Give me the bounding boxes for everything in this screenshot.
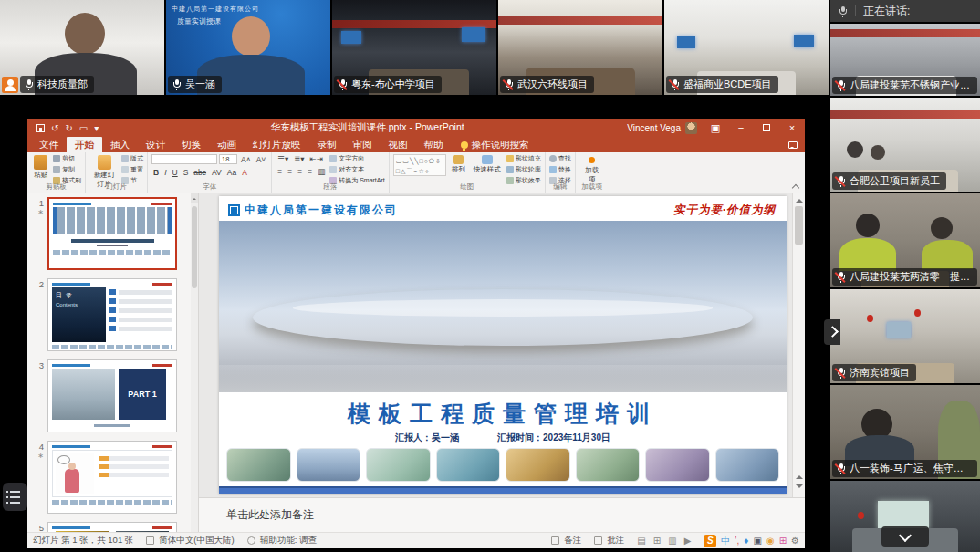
ime-keyboard-icon[interactable]: ▣ (753, 536, 761, 546)
shapes-gallery[interactable]: ▭▭╲╲□○⬠⇩□△⌒⌁☆⟡ (393, 154, 446, 176)
tab-review[interactable]: 审阅 (345, 137, 381, 153)
change-case-button[interactable]: Aa (225, 168, 238, 177)
collapse-ribbon-icon[interactable] (792, 182, 799, 190)
tab-slideshow[interactable]: 幻灯片放映 (245, 137, 309, 153)
save-icon[interactable] (36, 124, 45, 132)
text-direction-button[interactable]: 文字方向 (329, 154, 385, 163)
tab-insert[interactable]: 插入 (102, 137, 138, 153)
comments-icon[interactable] (788, 141, 798, 149)
ime-punct-icon[interactable]: ’, (735, 536, 739, 546)
tab-animations[interactable]: 动画 (209, 137, 245, 153)
video-tile[interactable]: 八局建投莱芜两清零一提标项目 (830, 193, 980, 287)
ime-logo-icon[interactable]: S (704, 535, 716, 547)
member-list-button[interactable] (3, 483, 27, 511)
align-text-button[interactable]: 对齐文本 (329, 165, 385, 174)
ime-toolbox-icon[interactable]: ⊞ (779, 536, 787, 546)
tab-transitions[interactable]: 切换 (173, 137, 209, 153)
tell-me-search[interactable]: 操作说明搜索 (461, 139, 529, 151)
account-info[interactable]: Vincent Vega (627, 122, 703, 134)
numbering-button[interactable]: ≣▾ (292, 154, 306, 163)
ime-mic-icon[interactable]: ♦ (744, 536, 748, 546)
slide-sorter-icon[interactable]: ⊞ (653, 536, 661, 546)
replace-button[interactable]: 替换 (549, 165, 571, 174)
video-tile[interactable]: 粤东-布心中学项目 (332, 0, 496, 95)
layout-button[interactable]: 版式 (121, 154, 143, 163)
slide-presenter-line[interactable]: 汇报人：吴一涵 汇报时间：2023年11月30日 (219, 432, 787, 444)
align-left-icon[interactable]: ≡ (276, 167, 284, 176)
font-color-button[interactable]: A (240, 168, 249, 177)
slide-company-header[interactable]: 中建八局第一建设有限公司 (228, 203, 398, 218)
reset-button[interactable]: 重置 (121, 165, 143, 174)
text-shadow-button[interactable]: S (182, 168, 191, 177)
video-tile[interactable]: 武汉六环线项目 (498, 0, 662, 95)
redo-icon[interactable]: ↻ (65, 123, 72, 133)
slide-thumbnail-2[interactable]: 2 目 录Contents (33, 278, 196, 351)
scroll-up-icon[interactable] (796, 195, 803, 203)
justify-icon[interactable]: ≡ (306, 167, 314, 176)
video-tile[interactable]: 济南宾馆项目 (830, 289, 980, 383)
video-tile[interactable]: 科技质量部 (0, 0, 164, 95)
slide-thumbnail-5[interactable]: 5 (33, 522, 196, 532)
addins-button[interactable]: 加载项 (579, 154, 605, 185)
start-slideshow-icon[interactable]: ▭ (79, 123, 88, 133)
tab-file[interactable]: 文件 (31, 137, 67, 153)
align-right-icon[interactable]: ≡ (296, 167, 304, 176)
shape-outline-button[interactable]: 形状轮廓 (506, 165, 541, 174)
slide-thumbnail-4[interactable]: 4∗ (33, 441, 196, 514)
slide-canvas[interactable]: 中建八局第一建设有限公司 实干为要·价值为纲 模板工程质量管理培训 汇报人：吴一… (219, 196, 787, 494)
bullets-button[interactable]: ☰▾ (276, 154, 290, 163)
align-center-icon[interactable]: ≡ (286, 167, 294, 176)
underline-button[interactable]: U (171, 168, 180, 177)
ime-settings-icon[interactable]: ⚙ (791, 536, 799, 546)
close-button[interactable]: × (779, 119, 805, 137)
restore-button[interactable] (754, 119, 779, 137)
next-slide-icon[interactable] (796, 484, 803, 492)
notes-pane[interactable]: 单击此处添加备注 (199, 497, 805, 532)
video-tile[interactable]: 中建八局第一建设有限公司 质量实训授课 吴一涵 (166, 0, 330, 95)
italic-button[interactable]: I (162, 168, 168, 177)
expand-panel-button[interactable] (824, 319, 840, 345)
tab-home[interactable]: 开始 (67, 137, 102, 153)
ime-emoji-icon[interactable]: ◉ (766, 536, 775, 546)
accessibility-status[interactable]: 辅助功能: 调查 (247, 535, 317, 547)
quick-styles-button[interactable]: 快速样式 (471, 154, 504, 175)
slide-hero-photo[interactable] (219, 221, 787, 392)
slideshow-view-icon[interactable]: ▶ (684, 536, 692, 546)
copy-button[interactable]: 复制 (53, 165, 81, 174)
video-tile[interactable]: 合肥公卫项目新员工 (830, 98, 980, 192)
shape-fill-button[interactable]: 形状填充 (506, 154, 541, 163)
comments-toggle[interactable]: 批注 (594, 535, 624, 547)
slide-scrollbar[interactable] (792, 193, 805, 497)
tab-view[interactable]: 视图 (381, 137, 416, 153)
thumbnail-scrollbar[interactable] (191, 193, 198, 532)
undo-icon[interactable]: ↺ (51, 123, 58, 133)
previous-slide-icon[interactable] (796, 472, 803, 479)
slide-title[interactable]: 模板工程质量管理培训 (219, 399, 787, 429)
find-button[interactable]: 查找 (549, 154, 571, 163)
tab-record[interactable]: 录制 (309, 137, 345, 153)
reading-view-icon[interactable]: ▥ (668, 536, 676, 546)
scroll-thumb[interactable] (795, 206, 803, 245)
qat-customize-icon[interactable]: ▾ (94, 123, 99, 133)
minimize-button[interactable]: − (728, 119, 754, 137)
video-tile[interactable]: 八局建投莱芜不锈钢产业园项目 (830, 24, 980, 96)
increase-font-icon[interactable]: A˄ (239, 155, 253, 164)
ime-lang-icon[interactable]: 中 (721, 535, 730, 547)
normal-view-icon[interactable]: ▤ (637, 536, 645, 546)
collapse-strip-button[interactable] (881, 526, 929, 547)
bold-button[interactable]: B (151, 168, 161, 177)
character-spacing-button[interactable]: AV (210, 168, 224, 177)
paste-button[interactable]: 粘贴 (31, 154, 50, 181)
cut-button[interactable]: 剪切 (53, 154, 81, 163)
arrange-button[interactable]: 排列 (449, 154, 468, 175)
slide-slogan[interactable]: 实干为要·价值为纲 (673, 203, 776, 218)
slide-thumbnail-3[interactable]: 3 PART 1 (33, 359, 196, 432)
notes-toggle[interactable]: 备注 (551, 535, 581, 547)
video-tile[interactable]: 八一装饰-马广运、焦守鑫、李帝培 (830, 385, 980, 479)
tab-design[interactable]: 设计 (138, 137, 173, 153)
indent-buttons[interactable]: ⇤⇥ (308, 154, 325, 163)
font-name-box[interactable] (151, 154, 217, 164)
video-tile[interactable] (830, 481, 980, 552)
decrease-font-icon[interactable]: A˅ (255, 155, 268, 164)
language-status[interactable]: 简体中文(中国大陆) (146, 535, 234, 547)
